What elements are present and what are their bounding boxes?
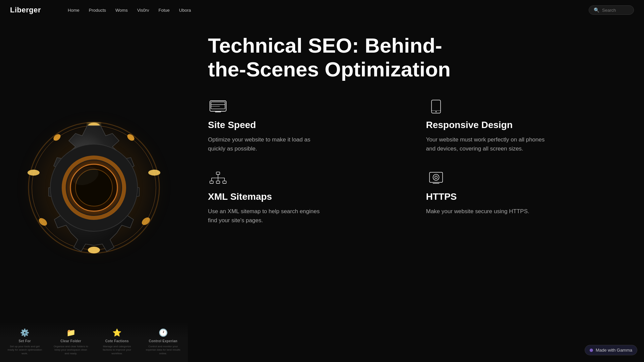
svg-rect-18 — [211, 104, 225, 105]
bottom-label-0: Set For — [18, 339, 31, 343]
left-panel: ⚙️ Set For Set up your tools and get rea… — [0, 20, 188, 362]
bottom-label-3: Control Experian — [149, 339, 177, 343]
star-icon: ⭐ — [112, 328, 121, 337]
nav-links: Home Products Woms Vis0rv Fotue Ubora — [68, 7, 191, 13]
folder-icon: 📁 — [66, 328, 75, 337]
gamma-label: Made with Gamma — [596, 348, 632, 353]
right-panel: Technical SEO: Behind-the-Scenes Optimiz… — [188, 20, 644, 362]
features-grid: Site Speed Optimize your website to make… — [208, 98, 617, 225]
svg-point-7 — [37, 217, 48, 227]
svg-rect-27 — [223, 181, 226, 183]
bottom-label-1: Clear Folder — [60, 339, 81, 343]
settings-icon: ⚙️ — [20, 328, 29, 337]
svg-point-35 — [435, 176, 437, 179]
svg-point-6 — [88, 247, 100, 253]
bottom-desc-0: Set up your tools and get ready for sear… — [7, 345, 43, 355]
https-icon — [426, 170, 446, 187]
search-input[interactable] — [602, 8, 629, 13]
search-bar[interactable]: 🔍 — [589, 5, 634, 15]
feature-site-speed: Site Speed Optimize your website to make… — [208, 98, 399, 153]
gamma-badge: Made with Gamma — [585, 345, 637, 355]
feature-title-responsive-design: Responsive Design — [426, 120, 617, 130]
bottom-label-2: Cote Factions — [105, 339, 129, 343]
feature-title-site-speed: Site Speed — [208, 120, 399, 130]
feature-https: HTTPS Make your website secure using HTT… — [426, 170, 617, 225]
search-icon: 🔍 — [594, 7, 599, 13]
svg-point-8 — [28, 170, 40, 176]
bottom-item-0: ⚙️ Set For Set up your tools and get rea… — [7, 328, 43, 355]
nav-home[interactable]: Home — [68, 8, 79, 13]
svg-point-34 — [433, 174, 439, 180]
feature-xml-sitemaps: XML Sitemaps Use an XML sitemap to help … — [208, 170, 399, 225]
clock-icon: 🕐 — [159, 328, 168, 337]
gear-icon — [23, 117, 164, 258]
gamma-dot — [590, 349, 593, 352]
bottom-desc-1: Organize and clear folders to keep your … — [53, 345, 89, 355]
feature-title-https: HTTPS — [426, 191, 617, 202]
svg-rect-24 — [216, 172, 220, 174]
svg-rect-26 — [216, 181, 220, 183]
feature-desc-responsive-design: Your website must work perfectly on all … — [426, 135, 547, 153]
svg-point-22 — [435, 111, 437, 112]
svg-rect-16 — [210, 101, 226, 111]
bottom-desc-2: Manage and categorize factions to improv… — [99, 345, 135, 355]
site-speed-icon — [208, 98, 228, 115]
nav-fotue[interactable]: Fotue — [159, 8, 170, 13]
nav-woms[interactable]: Woms — [115, 8, 128, 13]
svg-rect-17 — [211, 102, 225, 109]
bottom-desc-3: Control and monitor your experian data f… — [145, 345, 181, 355]
feature-desc-https: Make your website secure using HTTPS. — [426, 207, 547, 216]
feature-desc-site-speed: Optimize your website to make it load as… — [208, 135, 329, 153]
svg-point-4 — [148, 170, 160, 176]
nav-visOrv[interactable]: Vis0rv — [137, 8, 149, 13]
svg-rect-33 — [430, 172, 443, 182]
bottom-item-3: 🕐 Control Experian Control and monitor y… — [145, 328, 181, 355]
page-title: Technical SEO: Behind-the-Scenes Optimiz… — [208, 34, 476, 81]
main-content: ⚙️ Set For Set up your tools and get rea… — [0, 20, 644, 362]
logo: Liberger — [10, 6, 41, 14]
responsive-design-icon — [426, 98, 446, 115]
svg-rect-19 — [211, 106, 220, 107]
feature-title-xml-sitemaps: XML Sitemaps — [208, 191, 399, 202]
feature-responsive-design: Responsive Design Your website must work… — [426, 98, 617, 153]
navbar: Liberger Home Products Woms Vis0rv Fotue… — [0, 0, 644, 20]
nav-products[interactable]: Products — [89, 8, 106, 13]
feature-desc-xml-sitemaps: Use an XML sitemap to help search engine… — [208, 207, 329, 225]
gear-container — [13, 101, 174, 275]
bottom-strip: ⚙️ Set For Set up your tools and get rea… — [0, 322, 188, 362]
bottom-item-2: ⭐ Cote Factions Manage and categorize fa… — [99, 328, 135, 355]
bottom-item-1: 📁 Clear Folder Organize and clear folder… — [53, 328, 89, 355]
svg-rect-20 — [215, 111, 221, 112]
nav-ubora[interactable]: Ubora — [179, 8, 191, 13]
xml-sitemaps-icon — [208, 170, 228, 187]
svg-rect-25 — [210, 181, 213, 183]
